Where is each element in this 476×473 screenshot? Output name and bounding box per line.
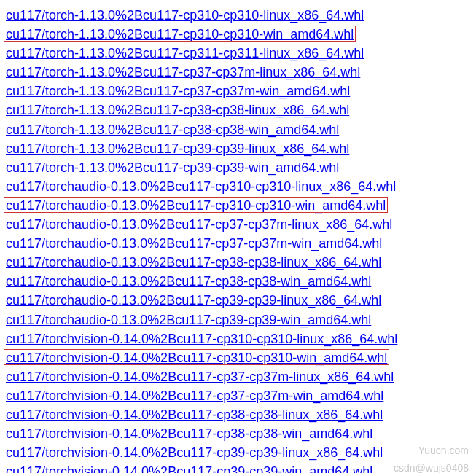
file-link-item: cu117/torch-1.13.0%2Bcu117-cp311-cp311-l… <box>6 44 470 63</box>
file-link-item: cu117/torchaudio-0.13.0%2Bcu117-cp37-cp3… <box>6 215 470 234</box>
file-link[interactable]: cu117/torchaudio-0.13.0%2Bcu117-cp37-cp3… <box>6 217 392 232</box>
file-link[interactable]: cu117/torchaudio-0.13.0%2Bcu117-cp310-cp… <box>6 179 396 194</box>
file-link[interactable]: cu117/torch-1.13.0%2Bcu117-cp39-cp39-win… <box>6 160 339 175</box>
file-link-item: cu117/torchvision-0.14.0%2Bcu117-cp310-c… <box>6 329 470 348</box>
file-link[interactable]: cu117/torchaudio-0.13.0%2Bcu117-cp38-cp3… <box>6 274 371 289</box>
file-link-item: cu117/torchvision-0.14.0%2Bcu117-cp38-cp… <box>6 405 470 424</box>
file-link-item: cu117/torchaudio-0.13.0%2Bcu117-cp39-cp3… <box>6 291 470 310</box>
file-link-item: cu117/torch-1.13.0%2Bcu117-cp37-cp37m-wi… <box>6 82 470 101</box>
file-link[interactable]: cu117/torchaudio-0.13.0%2Bcu117-cp39-cp3… <box>6 293 381 308</box>
file-link[interactable]: cu117/torch-1.13.0%2Bcu117-cp37-cp37m-li… <box>6 65 360 79</box>
file-link-item: cu117/torch-1.13.0%2Bcu117-cp310-cp310-l… <box>6 6 470 25</box>
file-link[interactable]: cu117/torch-1.13.0%2Bcu117-cp310-cp310-w… <box>6 27 354 42</box>
file-link-item: cu117/torchaudio-0.13.0%2Bcu117-cp310-cp… <box>6 196 470 215</box>
file-link-item: cu117/torch-1.13.0%2Bcu117-cp38-cp38-lin… <box>6 101 470 120</box>
file-link[interactable]: cu117/torchvision-0.14.0%2Bcu117-cp310-c… <box>6 332 397 346</box>
file-link-item: cu117/torchvision-0.14.0%2Bcu117-cp39-cp… <box>6 443 470 462</box>
file-link[interactable]: cu117/torchvision-0.14.0%2Bcu117-cp38-cp… <box>6 426 372 441</box>
file-link[interactable]: cu117/torch-1.13.0%2Bcu117-cp310-cp310-l… <box>6 8 364 23</box>
file-link-item: cu117/torchaudio-0.13.0%2Bcu117-cp310-cp… <box>6 177 470 196</box>
file-link-item: cu117/torchaudio-0.13.0%2Bcu117-cp38-cp3… <box>6 272 470 291</box>
file-link-item: cu117/torchaudio-0.13.0%2Bcu117-cp39-cp3… <box>6 310 470 329</box>
file-link-item: cu117/torch-1.13.0%2Bcu117-cp39-cp39-lin… <box>6 139 470 158</box>
file-link[interactable]: cu117/torch-1.13.0%2Bcu117-cp39-cp39-lin… <box>6 141 349 156</box>
watermark: csdn@wujs0408 <box>394 462 469 473</box>
file-link-item: cu117/torchaudio-0.13.0%2Bcu117-cp38-cp3… <box>6 253 470 272</box>
file-link-item: cu117/torch-1.13.0%2Bcu117-cp37-cp37m-li… <box>6 63 470 82</box>
watermark: Yuucn.com <box>418 445 469 456</box>
file-link[interactable]: cu117/torchvision-0.14.0%2Bcu117-cp39-cp… <box>6 464 372 473</box>
file-link-item: cu117/torchvision-0.14.0%2Bcu117-cp310-c… <box>6 348 470 367</box>
file-link-item: cu117/torchvision-0.14.0%2Bcu117-cp37-cp… <box>6 386 470 405</box>
file-link[interactable]: cu117/torchaudio-0.13.0%2Bcu117-cp37-cp3… <box>6 236 382 251</box>
file-link-item: cu117/torch-1.13.0%2Bcu117-cp38-cp38-win… <box>6 120 470 139</box>
file-link[interactable]: cu117/torchvision-0.14.0%2Bcu117-cp310-c… <box>6 351 387 365</box>
file-link[interactable]: cu117/torchvision-0.14.0%2Bcu117-cp37-cp… <box>6 388 383 403</box>
file-link-item: cu117/torchvision-0.14.0%2Bcu117-cp37-cp… <box>6 367 470 386</box>
file-link-item: cu117/torchvision-0.14.0%2Bcu117-cp38-cp… <box>6 424 470 443</box>
file-link[interactable]: cu117/torchaudio-0.13.0%2Bcu117-cp39-cp3… <box>6 313 371 327</box>
file-link-item: cu117/torch-1.13.0%2Bcu117-cp39-cp39-win… <box>6 158 470 177</box>
file-link[interactable]: cu117/torchvision-0.14.0%2Bcu117-cp38-cp… <box>6 407 383 422</box>
file-link-item: cu117/torchaudio-0.13.0%2Bcu117-cp37-cp3… <box>6 234 470 253</box>
file-link[interactable]: cu117/torchaudio-0.13.0%2Bcu117-cp38-cp3… <box>6 255 381 270</box>
file-link[interactable]: cu117/torchaudio-0.13.0%2Bcu117-cp310-cp… <box>6 198 386 213</box>
file-link[interactable]: cu117/torch-1.13.0%2Bcu117-cp37-cp37m-wi… <box>6 84 350 98</box>
file-link-item: cu117/torch-1.13.0%2Bcu117-cp310-cp310-w… <box>6 25 470 44</box>
file-link[interactable]: cu117/torchvision-0.14.0%2Bcu117-cp37-cp… <box>6 370 394 384</box>
file-link[interactable]: cu117/torch-1.13.0%2Bcu117-cp38-cp38-lin… <box>6 103 349 117</box>
file-link-list: cu117/torch-1.13.0%2Bcu117-cp310-cp310-l… <box>6 6 470 473</box>
file-link[interactable]: cu117/torch-1.13.0%2Bcu117-cp38-cp38-win… <box>6 122 339 137</box>
file-link[interactable]: cu117/torch-1.13.0%2Bcu117-cp311-cp311-l… <box>6 46 364 60</box>
file-link[interactable]: cu117/torchvision-0.14.0%2Bcu117-cp39-cp… <box>6 445 383 460</box>
